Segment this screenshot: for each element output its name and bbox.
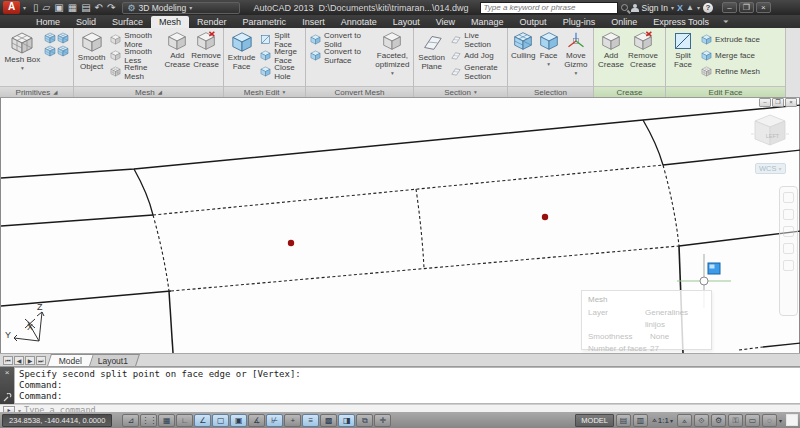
exchange-apps-icon[interactable]: X [677, 3, 683, 13]
help-icon[interactable]: ? [703, 3, 713, 13]
a360-caret-icon[interactable]: ▾ [697, 4, 700, 11]
panel-label-mesh-edit[interactable]: Mesh Edit▾ [224, 86, 305, 97]
tab-solid[interactable]: Solid [68, 16, 104, 28]
toggle-grid-display[interactable]: ▦ [158, 414, 175, 427]
culling-button[interactable]: Culling [510, 29, 537, 86]
search-icon[interactable] [621, 4, 628, 11]
add-crease-button[interactable]: Add Crease [164, 29, 190, 86]
panel-label-primitives[interactable]: Primitives◢ [0, 86, 73, 97]
faceted-optimized-button[interactable]: Faceted, optimized▾ [374, 29, 411, 86]
toggle-transparency[interactable]: ▩ [320, 414, 337, 427]
hardware-acceleration-icon[interactable]: ▭ [745, 414, 760, 427]
mesh-station-left-lower[interactable] [169, 291, 173, 353]
generate-section-button[interactable]: Generate Section [448, 64, 505, 79]
sign-in-link[interactable]: Sign In [642, 3, 668, 13]
edit-merge-face-button[interactable]: Merge face [699, 48, 783, 63]
tab-express-tools[interactable]: Express Tools [645, 16, 717, 28]
tab-surface[interactable]: Surface [104, 16, 151, 28]
crease-remove-button[interactable]: Remove Crease [627, 29, 659, 86]
workspace-settings-icon[interactable]: ⚙ [711, 414, 726, 427]
doc-close-button[interactable]: × [785, 98, 797, 107]
dialog-launcher-icon[interactable]: ◢ [158, 89, 162, 95]
plot-icon[interactable]: ▤ [81, 2, 90, 14]
toggle-object-snap-tracking[interactable]: ∡ [248, 414, 265, 427]
last-tab-icon[interactable]: ⏭ [36, 356, 46, 365]
tab-plugins[interactable]: Plug-ins [555, 16, 604, 28]
move-gizmo-button[interactable]: Move Gizmo▾ [561, 29, 591, 86]
open-icon[interactable]: ▱ [43, 2, 51, 14]
toggle-dynamic-input[interactable]: + [284, 414, 301, 427]
dialog-launcher-icon[interactable]: ◢ [53, 89, 57, 95]
full-navigation-wheel-icon[interactable] [783, 192, 794, 203]
close-hole-button[interactable]: Close Hole [258, 64, 303, 79]
tab-home[interactable]: Home [28, 16, 68, 28]
quick-view-layouts-icon[interactable]: ▥ [633, 414, 648, 427]
ribbon-minimize-icon[interactable]: ⏷ [723, 18, 729, 26]
prev-tab-icon[interactable]: ◀ [14, 356, 24, 365]
next-tab-icon[interactable]: ▶ [25, 356, 35, 365]
saveas-icon[interactable]: ▦ [68, 2, 77, 14]
wcs-menu[interactable]: WCS ▾ [755, 163, 786, 174]
quick-view-drawings-icon[interactable]: ▤ [616, 414, 631, 427]
mesh-station-left-selected[interactable] [153, 215, 169, 291]
toggle-dynamic-ucs[interactable]: ⊬ [266, 414, 283, 427]
panel-label-edit-face[interactable]: Edit Face [666, 86, 785, 97]
doc-restore-button[interactable]: ❐ [772, 98, 784, 107]
undo-icon[interactable]: ↶ [95, 2, 103, 14]
mesh-edge-stub-dashed[interactable] [739, 347, 763, 350]
tab-layout1[interactable]: Layout1 [86, 354, 140, 366]
showmotion-icon[interactable] [783, 260, 794, 271]
remove-crease-button[interactable]: Remove Crease [191, 29, 221, 86]
new-icon[interactable]: ▯ [33, 2, 39, 14]
live-section-button[interactable]: Live Section [448, 32, 505, 47]
tab-view[interactable]: View [428, 16, 463, 28]
tab-model[interactable]: Model [47, 354, 94, 366]
model-space-button[interactable]: MODEL [575, 414, 614, 427]
auto-annotation-icon[interactable]: ⟐ [694, 414, 709, 427]
toggle-selection-cycling[interactable]: ⧉ [356, 414, 373, 427]
mesh-edge-top[interactable] [1, 105, 800, 178]
toggle-object-snap[interactable]: ▢ [212, 414, 229, 427]
refine-mesh-button[interactable]: Refine Mesh [108, 64, 163, 79]
restore-button[interactable]: ❐ [739, 2, 754, 13]
crease-add-button[interactable]: Add Crease [596, 29, 626, 86]
smooth-object-button[interactable]: Smooth Object [76, 29, 107, 86]
toggle-3d-object-snap[interactable]: ▣ [230, 414, 247, 427]
panel-label-mesh[interactable]: Mesh◢ [74, 86, 223, 97]
toggle-annotation-monitor[interactable]: ✛ [374, 414, 391, 427]
tab-annotate[interactable]: Annotate [333, 16, 385, 28]
annotation-scale-control[interactable]: ⟑ 1:1 ▾ [650, 415, 675, 425]
mesh-pyramid-icon[interactable] [44, 45, 56, 57]
convert-to-solid-button[interactable]: Convert to Solid [308, 32, 373, 47]
redo-icon[interactable]: ↷ [107, 2, 115, 14]
tab-layout[interactable]: Layout [385, 16, 428, 28]
mesh-edge-mid-selected[interactable] [153, 165, 663, 215]
toggle-polar-tracking[interactable]: ∠ [194, 414, 211, 427]
panel-label-section[interactable]: Section▾ [414, 86, 507, 97]
extrude-face-button[interactable]: Extrude Face [226, 29, 257, 86]
tab-output[interactable]: Output [512, 16, 555, 28]
edit-refine-mesh-button[interactable]: Refine Mesh [699, 64, 783, 79]
autocad-app-icon[interactable]: A [3, 1, 20, 14]
workspace-switcher[interactable]: ⚙ 3D Modeling ▾ [122, 2, 240, 14]
smooth-less-button[interactable]: Smooth Less [108, 48, 163, 63]
command-window-grip[interactable]: × [0, 367, 14, 404]
annotation-visibility-icon[interactable]: ⟑ [677, 414, 692, 427]
toggle-lineweight[interactable]: ≡ [302, 414, 319, 427]
help-search-box[interactable] [480, 2, 618, 14]
toggle-ortho-mode[interactable]: ∟ [176, 414, 193, 427]
first-tab-icon[interactable]: ⏮ [3, 356, 13, 365]
face-filter-button[interactable]: Face▾ [538, 29, 560, 86]
tab-mesh[interactable]: Mesh [151, 16, 189, 28]
status-menu-caret-icon[interactable]: ▾ [779, 417, 782, 424]
panel-label-selection[interactable]: Selection [508, 86, 593, 97]
minimize-button[interactable]: – [722, 2, 737, 13]
a360-icon[interactable]: ▲ [686, 3, 694, 12]
isolate-objects-icon[interactable]: ◌ [762, 414, 777, 427]
command-close-icon[interactable]: × [5, 369, 10, 377]
toggle-infer-constraints[interactable]: ⊿ [122, 414, 139, 427]
tab-insert[interactable]: Insert [294, 16, 333, 28]
toggle-snap-mode[interactable]: ⋮⋮ [140, 414, 157, 427]
viewcube[interactable]: LEFT [749, 112, 791, 154]
edit-split-face-button[interactable]: Split Face [668, 29, 698, 86]
